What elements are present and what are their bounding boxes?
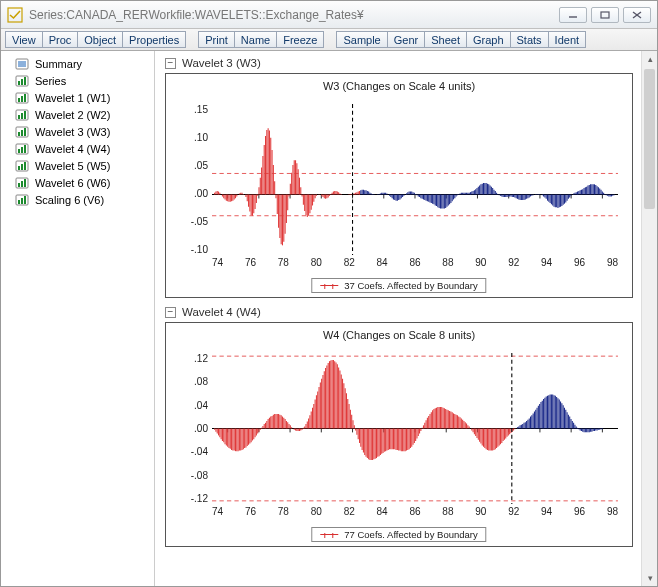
series-icon bbox=[15, 160, 29, 172]
toolbar-properties-button[interactable]: Properties bbox=[122, 31, 186, 48]
legend-swatch-icon bbox=[320, 285, 338, 286]
svg-rect-18 bbox=[18, 115, 20, 119]
tree-item[interactable]: Wavelet 1 (W1) bbox=[7, 89, 148, 106]
svg-rect-24 bbox=[24, 128, 26, 136]
scrollbar[interactable]: ▴ ▾ bbox=[641, 51, 657, 586]
tree-item-label: Wavelet 1 (W1) bbox=[35, 92, 110, 104]
scroll-up-icon[interactable]: ▴ bbox=[642, 51, 657, 67]
y-axis-labels: .12.08.04.00-.04-.08-.12 bbox=[170, 353, 208, 504]
section-title: Wavelet 3 (W3) bbox=[182, 57, 261, 69]
series-icon bbox=[15, 194, 29, 206]
svg-rect-32 bbox=[24, 162, 26, 170]
toolbar-graph-button[interactable]: Graph bbox=[466, 31, 510, 48]
collapse-button[interactable]: − bbox=[165, 307, 176, 318]
toolbar-ident-button[interactable]: Ident bbox=[548, 31, 586, 48]
tree-item[interactable]: Summary bbox=[7, 55, 148, 72]
svg-rect-23 bbox=[21, 130, 23, 136]
tree-item[interactable]: Wavelet 6 (W6) bbox=[7, 174, 148, 191]
summary-icon bbox=[15, 58, 29, 70]
main: SummarySeriesWavelet 1 (W1)Wavelet 2 (W2… bbox=[1, 51, 657, 586]
toolbar: ViewProcObjectPropertiesPrintNameFreezeS… bbox=[1, 29, 657, 51]
plot-area bbox=[212, 104, 618, 255]
svg-rect-27 bbox=[21, 147, 23, 153]
svg-rect-40 bbox=[24, 196, 26, 204]
svg-rect-10 bbox=[18, 81, 20, 85]
plot-frame: W3 (Changes on Scale 4 units).15.10.05.0… bbox=[165, 73, 633, 298]
tree-panel: SummarySeriesWavelet 1 (W1)Wavelet 2 (W2… bbox=[1, 51, 155, 586]
tree-item-label: Series bbox=[35, 75, 66, 87]
toolbar-sheet-button[interactable]: Sheet bbox=[424, 31, 466, 48]
toolbar-object-button[interactable]: Object bbox=[77, 31, 122, 48]
tree-item-label: Wavelet 6 (W6) bbox=[35, 177, 110, 189]
chart-section: −Wavelet 4 (W4)W4 (Changes on Scale 8 un… bbox=[165, 306, 633, 547]
section-header: −Wavelet 3 (W3) bbox=[165, 57, 633, 69]
tree-item-label: Wavelet 3 (W3) bbox=[35, 126, 110, 138]
title-series-label: Series: bbox=[29, 8, 66, 22]
legend-swatch-icon bbox=[320, 534, 338, 535]
plot-title: W3 (Changes on Scale 4 units) bbox=[166, 80, 632, 92]
svg-rect-34 bbox=[18, 183, 20, 187]
chart-section: −Wavelet 3 (W3)W3 (Changes on Scale 4 un… bbox=[165, 57, 633, 298]
toolbar-freeze-button[interactable]: Freeze bbox=[276, 31, 324, 48]
svg-rect-2 bbox=[601, 12, 609, 18]
svg-rect-28 bbox=[24, 145, 26, 153]
legend-label: 37 Coefs. Affected by Boundary bbox=[344, 280, 477, 291]
legend: 37 Coefs. Affected by Boundary bbox=[311, 278, 486, 293]
toolbar-name-button[interactable]: Name bbox=[234, 31, 276, 48]
toolbar-genr-button[interactable]: Genr bbox=[387, 31, 424, 48]
series-icon bbox=[15, 143, 29, 155]
section-title: Wavelet 4 (W4) bbox=[182, 306, 261, 318]
legend-label: 77 Coefs. Affected by Boundary bbox=[344, 529, 477, 540]
collapse-button[interactable]: − bbox=[165, 58, 176, 69]
svg-rect-31 bbox=[21, 164, 23, 170]
plot-frame: W4 (Changes on Scale 8 units).12.08.04.0… bbox=[165, 322, 633, 547]
content-panel: −Wavelet 3 (W3)W3 (Changes on Scale 4 un… bbox=[155, 51, 657, 586]
tree-item[interactable]: Series bbox=[7, 72, 148, 89]
tree-item-label: Scaling 6 (V6) bbox=[35, 194, 104, 206]
svg-rect-38 bbox=[18, 200, 20, 204]
tree-item[interactable]: Scaling 6 (V6) bbox=[7, 191, 148, 208]
toolbar-sample-button[interactable]: Sample bbox=[336, 31, 386, 48]
svg-rect-16 bbox=[24, 94, 26, 102]
title-series-name: CANADA_RER bbox=[66, 8, 148, 22]
tree-item[interactable]: Wavelet 5 (W5) bbox=[7, 157, 148, 174]
tree-item[interactable]: Wavelet 4 (W4) bbox=[7, 140, 148, 157]
series-icon bbox=[15, 92, 29, 104]
tree-item-label: Wavelet 4 (W4) bbox=[35, 143, 110, 155]
window-controls bbox=[559, 7, 651, 23]
maximize-button[interactable] bbox=[591, 7, 619, 23]
minimize-button[interactable] bbox=[559, 7, 587, 23]
svg-rect-12 bbox=[24, 77, 26, 85]
series-icon bbox=[15, 177, 29, 189]
scroll-thumb[interactable] bbox=[644, 69, 655, 209]
plot-title: W4 (Changes on Scale 8 units) bbox=[166, 329, 632, 341]
svg-rect-36 bbox=[24, 179, 26, 187]
toolbar-proc-button[interactable]: Proc bbox=[42, 31, 78, 48]
svg-rect-20 bbox=[24, 111, 26, 119]
toolbar-print-button[interactable]: Print bbox=[198, 31, 234, 48]
svg-rect-30 bbox=[18, 166, 20, 170]
scroll-down-icon[interactable]: ▾ bbox=[642, 570, 657, 586]
tree-item[interactable]: Wavelet 3 (W3) bbox=[7, 123, 148, 140]
svg-rect-35 bbox=[21, 181, 23, 187]
tree-item-label: Summary bbox=[35, 58, 82, 70]
title-workfile-label: Workfile: bbox=[148, 8, 194, 22]
toolbar-stats-button[interactable]: Stats bbox=[510, 31, 548, 48]
title-workfile-name: WAVELETS::Exchange_Rates¥ bbox=[195, 8, 364, 22]
legend: 77 Coefs. Affected by Boundary bbox=[311, 527, 486, 542]
tree-item-label: Wavelet 5 (W5) bbox=[35, 160, 110, 172]
y-axis-labels: .15.10.05.00-.05-.10 bbox=[170, 104, 208, 255]
x-axis-labels: 74767880828486889092949698 bbox=[212, 257, 618, 271]
plot-area bbox=[212, 353, 618, 504]
close-button[interactable] bbox=[623, 7, 651, 23]
series-icon bbox=[15, 75, 29, 87]
svg-rect-14 bbox=[18, 98, 20, 102]
svg-rect-39 bbox=[21, 198, 23, 204]
svg-rect-19 bbox=[21, 113, 23, 119]
series-icon bbox=[15, 126, 29, 138]
svg-rect-15 bbox=[21, 96, 23, 102]
tree-item[interactable]: Wavelet 2 (W2) bbox=[7, 106, 148, 123]
toolbar-view-button[interactable]: View bbox=[5, 31, 42, 48]
titlebar[interactable]: Series: CANADA_RER Workfile: WAVELETS::E… bbox=[1, 1, 657, 29]
svg-rect-22 bbox=[18, 132, 20, 136]
